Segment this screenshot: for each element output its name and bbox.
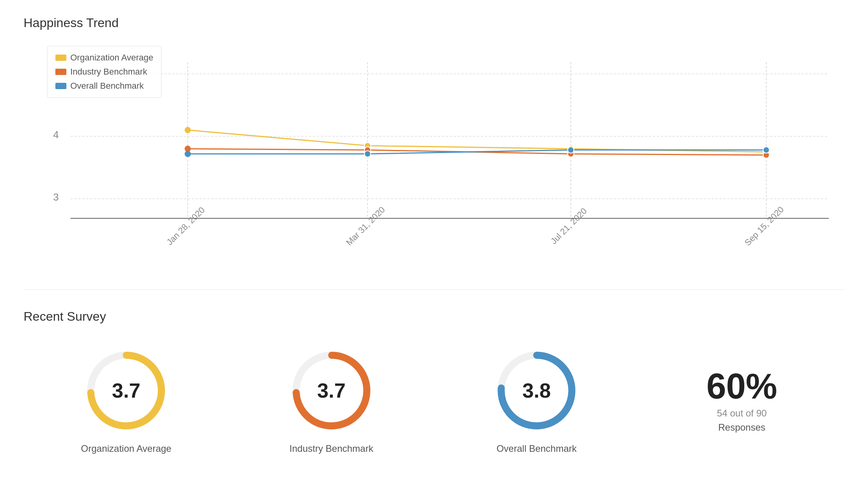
- svg-text:3: 3: [53, 192, 59, 203]
- chart-section: Happiness Trend Organization Average Ind…: [24, 16, 844, 266]
- legend-color-industry: [55, 69, 66, 75]
- legend-item-industry: Industry Benchmark: [55, 67, 153, 77]
- svg-point-23: [185, 151, 191, 157]
- survey-card-industry: 3.7 Industry Benchmark: [229, 347, 434, 454]
- svg-text:4: 4: [53, 129, 59, 140]
- svg-point-15: [185, 127, 191, 133]
- svg-text:Sep 15, 2020: Sep 15, 2020: [743, 205, 786, 248]
- svg-point-24: [364, 151, 371, 157]
- chart-title: Happiness Trend: [24, 16, 844, 30]
- legend-label-industry: Industry Benchmark: [70, 67, 147, 77]
- svg-text:Mar 31, 2020: Mar 31, 2020: [344, 205, 387, 247]
- responses-percent: 60%: [707, 369, 777, 404]
- svg-point-25: [568, 147, 574, 153]
- survey-cards: 3.7 Organization Average 3.7 Industry Be…: [24, 347, 844, 454]
- industry-bench-label: Industry Benchmark: [289, 443, 373, 454]
- chart-area: Organization Average Industry Benchmark …: [24, 46, 844, 266]
- overall-bench-label: Overall Benchmark: [496, 443, 577, 454]
- svg-point-26: [763, 147, 769, 153]
- responses-count: 54 out of 90: [717, 408, 767, 419]
- survey-section: Recent Survey 3.7 Organization Average: [24, 289, 844, 454]
- survey-card-org: 3.7 Organization Average: [24, 347, 229, 454]
- responses-label: Responses: [718, 422, 765, 433]
- survey-title: Recent Survey: [24, 309, 844, 324]
- donut-overall: 3.8: [493, 347, 580, 434]
- donut-industry: 3.7: [288, 347, 375, 434]
- legend-label-org: Organization Average: [70, 53, 153, 63]
- survey-card-overall: 3.8 Overall Benchmark: [434, 347, 639, 454]
- industry-bench-value: 3.7: [317, 379, 346, 402]
- org-avg-value: 3.7: [112, 379, 140, 402]
- main-container: Happiness Trend Organization Average Ind…: [0, 0, 868, 470]
- org-avg-label: Organization Average: [81, 443, 171, 454]
- chart-legend: Organization Average Industry Benchmark …: [47, 46, 161, 98]
- svg-text:Jul 21, 2020: Jul 21, 2020: [549, 206, 589, 246]
- donut-org: 3.7: [83, 347, 169, 434]
- svg-text:Jan 28, 2020: Jan 28, 2020: [165, 205, 207, 247]
- legend-item-org: Organization Average: [55, 53, 153, 63]
- legend-color-org: [55, 55, 66, 61]
- responses-card: 60% 54 out of 90 Responses: [639, 369, 845, 433]
- legend-label-overall: Overall Benchmark: [70, 81, 144, 91]
- overall-bench-value: 3.8: [522, 379, 551, 402]
- legend-color-overall: [55, 83, 66, 89]
- legend-item-overall: Overall Benchmark: [55, 81, 153, 91]
